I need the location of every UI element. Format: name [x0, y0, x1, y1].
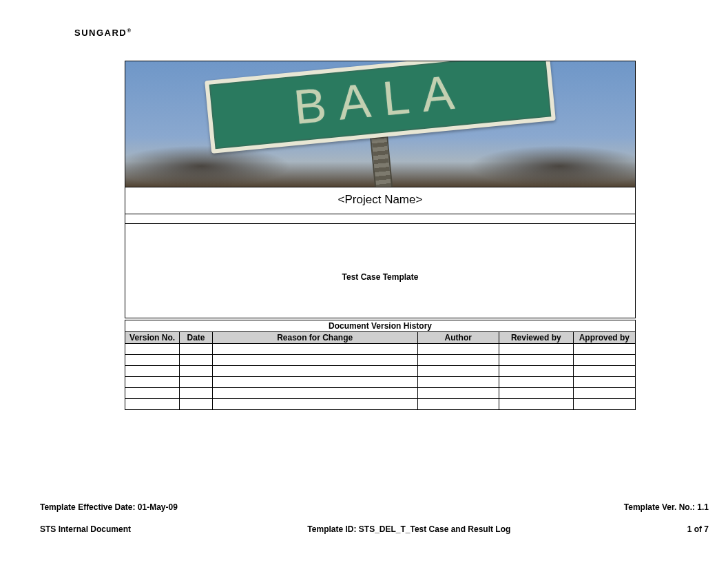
table-row [125, 355, 635, 366]
table-cell [180, 366, 213, 377]
col-version: Version No. [125, 332, 180, 344]
col-date: Date [180, 332, 213, 344]
version-history-table: Version No. Date Reason for Change Autho… [125, 332, 635, 410]
page-number: 1 of 7 [687, 524, 709, 534]
project-name-row: <Project Name> [125, 187, 635, 214]
table-cell [499, 344, 573, 355]
col-reviewed: Reviewed by [499, 332, 573, 344]
document-subtitle-row: Test Case Template [125, 223, 635, 318]
cover-box: BALA <Project Name> Test Case Template [125, 61, 636, 318]
table-cell [125, 366, 180, 377]
table-cell [417, 377, 499, 388]
col-reason: Reason for Change [212, 332, 417, 344]
table-cell [212, 377, 417, 388]
divider-row [125, 214, 635, 223]
table-cell [180, 377, 213, 388]
table-cell [499, 388, 573, 399]
version-history-title: Document Version History [125, 320, 635, 332]
table-cell [125, 399, 180, 410]
table-cell [499, 366, 573, 377]
table-cell [417, 344, 499, 355]
table-cell [417, 366, 499, 377]
col-author: Author [417, 332, 499, 344]
col-approved: Approved by [573, 332, 635, 344]
table-cell [417, 355, 499, 366]
table-cell [212, 344, 417, 355]
table-cell [573, 388, 635, 399]
table-row [125, 377, 635, 388]
document-subtitle: Test Case Template [342, 272, 419, 282]
table-cell [573, 399, 635, 410]
template-effective-date: Template Effective Date: 01-May-09 [40, 502, 178, 512]
table-cell [180, 399, 213, 410]
table-cell [180, 344, 213, 355]
table-cell [180, 388, 213, 399]
table-cell [125, 388, 180, 399]
page-footer: Template Effective Date: 01-May-09 Templ… [40, 502, 709, 534]
decorative-trees [470, 145, 635, 187]
table-cell [573, 377, 635, 388]
template-version: Template Ver. No.: 1.1 [624, 502, 709, 512]
table-cell [212, 366, 417, 377]
table-cell [573, 355, 635, 366]
table-row [125, 344, 635, 355]
table-cell [573, 344, 635, 355]
table-cell [212, 388, 417, 399]
table-cell [417, 388, 499, 399]
table-row [125, 388, 635, 399]
sign-text: BALA [291, 63, 469, 135]
table-cell [125, 344, 180, 355]
registered-mark: ® [127, 28, 132, 34]
table-cell [499, 355, 573, 366]
document-classification: STS Internal Document [40, 524, 131, 534]
document-page: SUNGARD® BALA <Project Name> Test Case T… [0, 0, 728, 563]
table-cell [212, 355, 417, 366]
logo-text: SUNGARD [74, 28, 127, 38]
decorative-trees [125, 145, 291, 187]
project-name: <Project Name> [338, 193, 423, 206]
template-id: Template ID: STS_DEL_T_Test Case and Res… [131, 524, 687, 534]
table-row [125, 399, 635, 410]
table-cell [417, 399, 499, 410]
table-row [125, 366, 635, 377]
table-cell [125, 377, 180, 388]
table-cell [125, 355, 180, 366]
version-history-section: Document Version History Version No. Dat… [125, 320, 636, 410]
table-cell [499, 399, 573, 410]
company-logo: SUNGARD® [74, 28, 132, 38]
table-cell [499, 377, 573, 388]
table-cell [180, 355, 213, 366]
sign-post [369, 130, 395, 187]
table-header-row: Version No. Date Reason for Change Autho… [125, 332, 635, 344]
table-cell [573, 366, 635, 377]
table-cell [212, 399, 417, 410]
banner-image: BALA [125, 61, 635, 187]
